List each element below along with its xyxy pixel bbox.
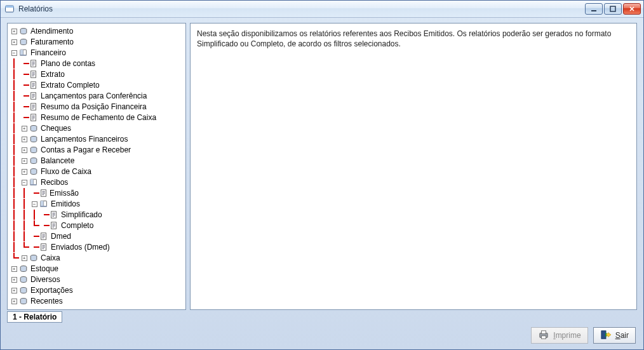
svg-rect-13 — [591, 10, 596, 11]
book-icon — [39, 199, 48, 208]
tree-item-lancamentos-conferencia[interactable]: Lançamentos para Conferência — [9, 91, 184, 101]
window-controls — [585, 3, 641, 15]
collapse-icon[interactable]: − — [11, 50, 17, 56]
tree-item-exportacoes[interactable]: +Exportações — [9, 285, 184, 295]
expand-icon[interactable]: + — [11, 266, 17, 272]
tree-item-recentes[interactable]: +Recentes — [9, 296, 184, 306]
collapse-icon[interactable]: − — [22, 180, 27, 185]
tree-item-extrato-completo[interactable]: Extrato Completo — [9, 80, 184, 90]
expand-icon[interactable]: + — [22, 126, 27, 131]
tree-label: Plano de contas — [39, 59, 95, 68]
expand-icon[interactable]: + — [11, 277, 17, 283]
doc-icon — [39, 232, 48, 241]
tree-label: Recentes — [29, 297, 63, 306]
exit-label: Sair — [615, 331, 629, 340]
tree-label: Fluxo de Caixa — [39, 167, 91, 176]
doc-icon — [29, 91, 38, 100]
stack-icon — [19, 27, 28, 36]
book-icon — [29, 178, 38, 187]
collapse-icon[interactable]: − — [32, 201, 37, 207]
tree-item-emissao[interactable]: Emissão — [9, 188, 184, 198]
tree-item-extrato[interactable]: Extrato — [9, 69, 184, 79]
doc-icon — [29, 81, 38, 90]
window: Relatórios +Atendimento +Faturamento −Fi… — [0, 0, 644, 350]
doc-icon — [39, 243, 48, 252]
doc-icon — [29, 102, 38, 111]
tree-label: Emissão — [50, 189, 79, 198]
stack-icon — [19, 264, 28, 273]
titlebar[interactable]: Relatórios — [1, 1, 643, 18]
tree-label: Extrato Completo — [39, 81, 100, 90]
doc-icon — [39, 189, 48, 198]
expand-icon[interactable]: + — [22, 158, 27, 164]
tree-label: Cheques — [39, 124, 71, 133]
tree-label: Enviados (Dmed) — [50, 243, 110, 252]
printer-icon — [538, 330, 549, 342]
tree-item-diversos[interactable]: +Diversos — [9, 274, 184, 285]
tree-item-resumo-posicao[interactable]: Resumo da Posição Financeira — [9, 102, 184, 112]
action-bar: Imprime Sair — [7, 324, 637, 344]
tree-item-emitidos[interactable]: −Emitidos — [9, 199, 184, 209]
tree-label: Faturamento — [29, 37, 74, 46]
window-title: Relatórios — [18, 4, 585, 13]
tree-item-contas-pagar-receber[interactable]: +Contas a Pagar e Receber — [9, 145, 184, 155]
close-button[interactable] — [623, 3, 641, 15]
stack-icon — [19, 37, 28, 46]
expand-icon[interactable]: + — [11, 288, 17, 293]
expand-icon[interactable]: + — [22, 147, 27, 153]
tree-item-faturamento[interactable]: +Faturamento — [9, 37, 184, 47]
tree-item-resumo-fechamento[interactable]: Resumo de Fechamento de Caixa — [9, 112, 184, 123]
tree-panel[interactable]: +Atendimento +Faturamento −Financeiro Pl… — [7, 23, 186, 310]
expand-icon[interactable]: + — [22, 255, 27, 261]
tree-item-enviados-dmed[interactable]: Enviados (Dmed) — [9, 242, 184, 252]
stack-icon — [29, 124, 38, 133]
exit-button[interactable]: Sair — [593, 327, 636, 344]
tree-item-caixa[interactable]: +Caixa — [9, 253, 184, 263]
tree-item-financeiro[interactable]: −Financeiro — [9, 48, 184, 58]
tree-label: Resumo de Fechamento de Caixa — [39, 113, 156, 122]
tree-item-plano-de-contas[interactable]: Plano de contas — [9, 58, 184, 69]
expand-icon[interactable]: + — [11, 29, 17, 34]
exit-icon — [600, 330, 612, 342]
stack-icon — [29, 253, 38, 262]
tree-item-lancamentos-financeiros[interactable]: +Lançamentos Financeiros — [9, 134, 184, 144]
tree-item-completo[interactable]: Completo — [9, 220, 184, 231]
stack-icon — [19, 275, 28, 284]
tree-label: Resumo da Posição Financeira — [39, 102, 147, 111]
tree-item-atendimento[interactable]: +Atendimento — [9, 26, 184, 36]
expand-icon[interactable]: + — [11, 299, 17, 304]
tree-item-balancete[interactable]: +Balancete — [9, 156, 184, 166]
svg-rect-14 — [610, 6, 615, 11]
stack-icon — [29, 145, 38, 154]
tree-label: Balancete — [39, 156, 74, 165]
doc-icon — [29, 59, 38, 68]
stack-icon — [29, 135, 38, 144]
doc-icon — [50, 221, 58, 230]
stack-icon — [29, 156, 38, 165]
tree-item-estoque[interactable]: +Estoque — [9, 264, 184, 274]
tree-label: Caixa — [39, 253, 60, 262]
tab-bar: 1 - Relatório — [7, 311, 637, 324]
tree-label: Completo — [60, 221, 93, 230]
tree-item-simplificado[interactable]: Simplificado — [9, 210, 184, 220]
expand-icon[interactable]: + — [22, 169, 27, 175]
tree-label: Dmed — [50, 232, 71, 241]
tab-relatorio[interactable]: 1 - Relatório — [7, 311, 62, 323]
tree-item-recibos[interactable]: −Recibos — [9, 177, 184, 187]
tree-label: Lançamentos para Conferência — [39, 91, 147, 100]
minimize-button[interactable] — [585, 3, 603, 15]
tree-label: Financeiro — [29, 48, 66, 57]
maximize-button[interactable] — [604, 3, 622, 15]
book-icon — [19, 48, 28, 57]
description-panel: Nesta seção disponibilizamos os relatóri… — [190, 23, 637, 310]
print-button[interactable]: Imprime — [531, 327, 587, 344]
stack-icon — [19, 297, 28, 306]
tree-item-dmed[interactable]: Dmed — [9, 231, 184, 241]
tree-item-fluxo-caixa[interactable]: +Fluxo de Caixa — [9, 166, 184, 177]
expand-icon[interactable]: + — [22, 137, 27, 142]
app-icon — [4, 4, 15, 14]
doc-icon — [29, 70, 38, 79]
tree-item-cheques[interactable]: +Cheques — [9, 123, 184, 133]
tab-label: 1 - Relatório — [13, 313, 57, 321]
expand-icon[interactable]: + — [11, 39, 17, 45]
